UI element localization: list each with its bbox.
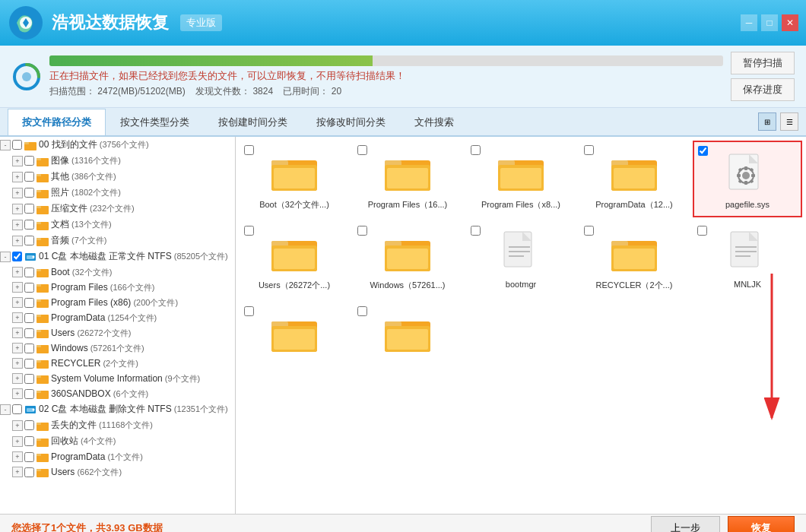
- tree-toggle[interactable]: +: [12, 451, 23, 462]
- tree-checkbox[interactable]: [24, 436, 34, 446]
- tree-item[interactable]: + ProgramData (1个文件): [0, 449, 235, 464]
- tree-item[interactable]: + Program Files (x86) (200个文件): [0, 295, 235, 310]
- tree-toggle[interactable]: +: [12, 172, 23, 182]
- file-item[interactable]: Boot（32个文件...): [240, 141, 349, 217]
- tree-toggle[interactable]: -: [0, 404, 11, 415]
- tree-item[interactable]: + RECYCLER (2个文件): [0, 356, 235, 371]
- file-checkbox[interactable]: [471, 145, 481, 155]
- file-checkbox[interactable]: [357, 226, 367, 236]
- tree-checkbox[interactable]: [24, 220, 34, 230]
- file-panel[interactable]: Boot（32个文件...) Program Files（16...) Prog…: [236, 137, 806, 514]
- tree-checkbox[interactable]: [24, 389, 34, 399]
- tree-toggle[interactable]: +: [12, 156, 23, 166]
- tree-item[interactable]: + Users (662个文件): [0, 464, 235, 480]
- tree-checkbox[interactable]: [24, 344, 34, 353]
- file-item[interactable]: Windows（57261...): [353, 221, 462, 298]
- file-checkbox[interactable]: [584, 145, 594, 155]
- tree-toggle[interactable]: +: [12, 328, 23, 338]
- tab-create-time[interactable]: 按创建时间分类: [204, 109, 302, 135]
- tree-toggle[interactable]: +: [12, 436, 23, 447]
- tree-item[interactable]: + ProgramData (1254个文件): [0, 310, 235, 325]
- tab-modify-time[interactable]: 按修改时间分类: [302, 109, 400, 135]
- file-item[interactable]: MNLJK: [693, 221, 802, 298]
- tree-toggle[interactable]: +: [12, 343, 23, 353]
- file-item[interactable]: [353, 302, 462, 367]
- pause-scan-button[interactable]: 暂停扫描: [731, 52, 795, 74]
- file-item[interactable]: ProgramData（12...): [579, 141, 689, 217]
- file-item[interactable]: Users（26272个...): [240, 221, 349, 298]
- tree-item[interactable]: - 02 C盘 本地磁盘 删除文件 NTFS (12351个文件): [0, 401, 235, 417]
- recover-button[interactable]: 恢复: [728, 516, 795, 533]
- tree-toggle[interactable]: +: [12, 267, 23, 277]
- minimize-button[interactable]: ─: [741, 14, 757, 31]
- file-checkbox[interactable]: [357, 145, 367, 155]
- grid-view-button[interactable]: ⊞: [758, 112, 776, 131]
- file-item[interactable]: Program Files（x8...): [466, 141, 576, 217]
- tab-file-search[interactable]: 文件搜索: [400, 109, 468, 135]
- tree-item[interactable]: - 00 找到的文件 (3756个文件): [0, 137, 235, 153]
- tree-item[interactable]: + 图像 (1316个文件): [0, 153, 235, 169]
- file-item[interactable]: bootmgr: [466, 221, 576, 298]
- tree-checkbox[interactable]: [12, 404, 22, 414]
- tree-checkbox[interactable]: [24, 298, 34, 308]
- tree-item[interactable]: + Program Files (166个文件): [0, 280, 235, 295]
- tree-checkbox[interactable]: [24, 313, 34, 323]
- tree-toggle[interactable]: -: [0, 140, 11, 150]
- tree-toggle[interactable]: +: [12, 188, 23, 198]
- tree-item[interactable]: + 照片 (1802个文件): [0, 185, 235, 201]
- file-item[interactable]: RECYCLER（2个...): [579, 221, 689, 298]
- file-item[interactable]: Program Files（16...): [353, 141, 462, 217]
- tree-item[interactable]: + 丢失的文件 (11168个文件): [0, 417, 235, 433]
- tree-item[interactable]: - 01 C盘 本地磁盘 正常文件 NTFS (85205个文件): [0, 249, 235, 264]
- file-item[interactable]: [240, 302, 349, 367]
- tree-toggle[interactable]: +: [12, 312, 23, 323]
- prev-button[interactable]: 上一步: [651, 516, 720, 533]
- tree-checkbox[interactable]: [12, 140, 22, 150]
- tree-item[interactable]: + 文档 (13个文件): [0, 217, 235, 233]
- file-checkbox[interactable]: [244, 145, 254, 155]
- tree-item[interactable]: + Boot (32个文件): [0, 264, 235, 280]
- tree-checkbox[interactable]: [24, 236, 34, 245]
- maximize-button[interactable]: □: [761, 14, 778, 31]
- tree-toggle[interactable]: +: [12, 388, 23, 399]
- tree-checkbox[interactable]: [24, 420, 34, 430]
- tree-toggle[interactable]: +: [12, 420, 23, 431]
- tree-toggle[interactable]: +: [12, 358, 23, 369]
- file-checkbox[interactable]: [244, 226, 254, 236]
- close-button[interactable]: ✕: [782, 14, 798, 31]
- tree-item[interactable]: + 音频 (7个文件): [0, 233, 235, 249]
- tab-file-type[interactable]: 按文件类型分类: [106, 109, 204, 135]
- tree-item[interactable]: + Users (26272个文件): [0, 325, 235, 340]
- file-checkbox[interactable]: [698, 146, 708, 156]
- tab-file-path[interactable]: 按文件路径分类: [8, 109, 106, 135]
- tree-checkbox[interactable]: [24, 359, 34, 369]
- file-checkbox[interactable]: [584, 226, 594, 236]
- tree-toggle[interactable]: +: [12, 236, 23, 246]
- tree-checkbox[interactable]: [24, 328, 34, 338]
- tree-item[interactable]: + 360SANDBOX (6个文件): [0, 386, 235, 401]
- tree-toggle[interactable]: +: [12, 220, 23, 230]
- file-checkbox[interactable]: [471, 226, 481, 236]
- tree-checkbox[interactable]: [24, 283, 34, 293]
- tree-toggle[interactable]: +: [12, 467, 23, 477]
- tree-checkbox[interactable]: [24, 268, 34, 277]
- tree-item[interactable]: + 其他 (386个文件): [0, 169, 235, 185]
- tree-item[interactable]: + 压缩文件 (232个文件): [0, 201, 235, 217]
- tree-toggle[interactable]: +: [12, 282, 23, 293]
- tree-checkbox[interactable]: [24, 156, 34, 166]
- tree-item[interactable]: + System Volume Information (9个文件): [0, 371, 235, 386]
- file-item[interactable]: pagefile.sys: [693, 141, 802, 217]
- tree-checkbox[interactable]: [24, 467, 34, 477]
- file-checkbox[interactable]: [697, 226, 707, 236]
- tree-toggle[interactable]: +: [12, 373, 23, 384]
- tree-checkbox[interactable]: [24, 172, 34, 182]
- tree-checkbox[interactable]: [24, 188, 34, 198]
- file-checkbox[interactable]: [357, 306, 367, 316]
- tree-item[interactable]: + 回收站 (4个文件): [0, 433, 235, 449]
- tree-item[interactable]: + Windows (57261个文件): [0, 340, 235, 356]
- tree-toggle[interactable]: +: [12, 204, 23, 214]
- tree-checkbox[interactable]: [24, 452, 34, 462]
- tree-checkbox[interactable]: [24, 374, 34, 384]
- tree-toggle[interactable]: +: [12, 297, 23, 308]
- save-progress-button[interactable]: 保存进度: [731, 78, 795, 101]
